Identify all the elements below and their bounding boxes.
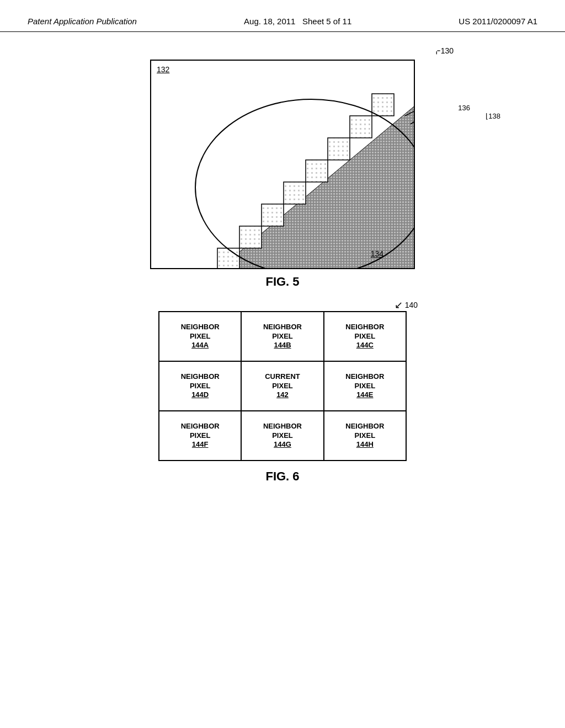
grid-cell-0: NEIGHBORPIXEL144A — [159, 312, 242, 362]
patent-number: US 2011/0200097 A1 — [459, 17, 537, 26]
cell-ref-4: 142 — [276, 390, 289, 400]
grid-cell-6: NEIGHBORPIXEL144F — [159, 411, 242, 461]
svg-rect-14 — [372, 94, 394, 116]
sheet-label: Sheet 5 of 11 — [302, 17, 351, 26]
svg-rect-11 — [306, 160, 328, 182]
page-header: Patent Application Publication Aug. 18, … — [0, 0, 565, 32]
grid-cell-5: NEIGHBORPIXEL144E — [324, 362, 407, 411]
fig6-caption: FIG. 6 — [145, 469, 420, 484]
page-content: ⌌130 132 — [0, 32, 565, 495]
label-130: ⌌130 — [433, 44, 454, 56]
label-134: 134 — [371, 249, 383, 258]
header-left: Patent Application Publication — [28, 17, 137, 26]
cell-ref-5: 144E — [356, 390, 373, 400]
fig5-svg — [151, 61, 415, 269]
grid-cell-4: CURRENTPIXEL142 — [242, 362, 324, 411]
fig6-grid: NEIGHBORPIXEL144ANEIGHBORPIXEL144BNEIGHB… — [158, 311, 407, 461]
label-138: ⌊138 — [486, 112, 500, 120]
svg-rect-12 — [328, 138, 350, 160]
label-140: ↙140 — [395, 299, 418, 311]
cell-ref-8: 144H — [356, 440, 374, 449]
date-label: Aug. 18, 2011 — [244, 17, 295, 26]
fig5-container: ⌌130 132 — [117, 60, 448, 289]
svg-rect-10 — [284, 182, 306, 204]
label-136: 136 — [458, 104, 470, 112]
svg-rect-7 — [217, 248, 239, 269]
cell-ref-7: 144G — [274, 440, 291, 449]
grid-cell-8: NEIGHBORPIXEL144H — [324, 411, 407, 461]
grid-cell-2: NEIGHBORPIXEL144C — [324, 312, 407, 362]
svg-rect-8 — [239, 226, 262, 248]
fig5-caption: FIG. 5 — [117, 275, 448, 289]
cell-ref-0: 144A — [191, 341, 209, 350]
fig5-diagram: 132 — [150, 60, 415, 269]
publication-label: Patent Application Publication — [28, 17, 137, 26]
cell-ref-1: 144B — [274, 341, 291, 350]
cell-ref-3: 144D — [191, 390, 209, 400]
cell-ref-2: 144C — [356, 341, 374, 350]
svg-rect-13 — [350, 116, 372, 138]
fig6-container: ↙140 NEIGHBORPIXEL144ANEIGHBORPIXEL144BN… — [145, 311, 420, 484]
grid-cell-3: NEIGHBORPIXEL144D — [159, 362, 242, 411]
svg-rect-9 — [262, 204, 284, 226]
grid-cell-7: NEIGHBORPIXEL144G — [242, 411, 324, 461]
cell-ref-6: 144F — [192, 440, 209, 449]
grid-cell-1: NEIGHBORPIXEL144B — [242, 312, 324, 362]
header-right: US 2011/0200097 A1 — [459, 17, 537, 26]
header-center: Aug. 18, 2011 Sheet 5 of 11 — [244, 17, 351, 26]
